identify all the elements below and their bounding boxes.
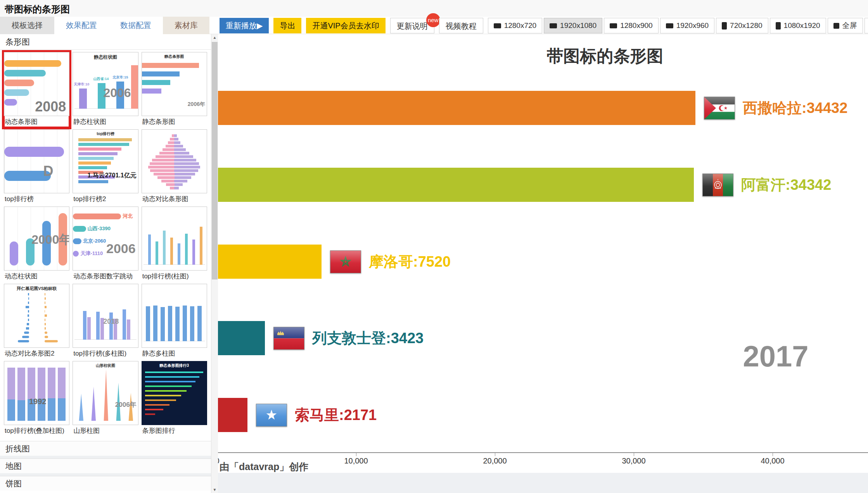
template-card-dynamic-compare-bar-2[interactable]: 拜仁慕尼黑VS柏林联 动态对比条形图2 xyxy=(4,284,69,359)
toolbar: 重新播放▶ 导出 开通VIP会员去水印 更新说明new 视频教程 1280x72… xyxy=(220,18,868,34)
monitor-portrait-icon xyxy=(776,22,781,30)
replay-button[interactable]: 重新播放▶ xyxy=(220,18,269,33)
scrollbar-thumb[interactable] xyxy=(212,42,218,279)
template-label: 动态对比条形图2 xyxy=(4,348,69,359)
western-sahara-flag-icon xyxy=(704,97,735,120)
monitor-icon xyxy=(550,23,557,28)
chart-bar-label: 阿富汗:34342 xyxy=(741,168,831,202)
template-card-static-multi-column[interactable]: 静态多柱图 xyxy=(142,284,207,359)
section-header-bar-charts[interactable]: 条形图 xyxy=(0,34,211,50)
template-card-top-ranking-multi-column[interactable]: 2018 top排行榜(多柱图) xyxy=(73,284,138,359)
chart-bar-label: 摩洛哥:7520 xyxy=(369,245,451,279)
template-thumbnail: 静态条形图排行3 xyxy=(142,361,207,425)
update-notes-label: 更新说明 xyxy=(397,22,428,30)
x-axis-tick xyxy=(773,453,773,456)
template-card-mountain-column[interactable]: 山形柱状图 2006年 山形柱图 xyxy=(73,361,138,436)
x-axis-tick-label: 0 xyxy=(218,457,220,465)
x-axis-tick xyxy=(634,453,634,456)
chart-bar xyxy=(218,321,265,355)
template-card-top-ranking[interactable]: D top排行榜 xyxy=(4,129,69,205)
tab-bar: 模板选择 效果配置 数据配置 素材库 xyxy=(0,17,209,34)
replay-label: 重新播放 xyxy=(226,21,257,30)
tab-effect-config[interactable]: 效果配置 xyxy=(54,17,109,34)
template-thumbnail: 2008 xyxy=(4,52,69,116)
monitor-icon xyxy=(610,23,617,28)
template-label: 动态对比条形图 xyxy=(142,193,207,205)
chart-bar-row: 列支敦士登:3423 xyxy=(218,321,868,355)
template-label: 条形图排行 xyxy=(142,425,207,436)
template-thumbnail xyxy=(142,129,207,193)
section-header-line-charts[interactable]: 折线图 xyxy=(0,441,211,456)
template-thumbnail: 静态柱状图 天津市:10 山西省:14 北京市:15 2006 xyxy=(73,52,138,116)
template-thumbnail: 2000年 xyxy=(4,207,69,271)
template-thumbnail: 河北 山西-3390 北京-2060 天津-1110 2006 xyxy=(73,207,138,271)
sidebar-scrollbar[interactable]: ▲ ▼ xyxy=(211,34,218,493)
template-label: top排行榜(多柱图) xyxy=(73,348,138,359)
tab-material-library[interactable]: 素材库 xyxy=(163,17,209,34)
template-card-bar-ranking[interactable]: 静态条形图排行3 条形图排行 xyxy=(142,361,207,436)
template-thumbnail xyxy=(142,284,207,348)
watermark: 由「datavrap」创作 xyxy=(220,460,308,473)
resolution-720x1280-button[interactable]: 720x1280 xyxy=(716,18,768,33)
template-thumbnail: 山形柱状图 2006年 xyxy=(73,361,138,425)
resolution-1920x1080-button[interactable]: 1920x1080 xyxy=(544,18,602,33)
chart-bar-label: 列支敦士登:3423 xyxy=(312,321,424,355)
template-thumbnail: 1992 xyxy=(4,361,69,425)
tab-template-select[interactable]: 模板选择 xyxy=(0,17,54,34)
chart-bar xyxy=(218,91,695,125)
video-tutorial-button[interactable]: 视频教程 xyxy=(439,18,483,33)
resolution-1280x900-button[interactable]: 1280x900 xyxy=(604,18,658,33)
chart-bar-row: 索马里:2171 xyxy=(218,398,868,432)
template-label: 静态条形图 xyxy=(142,116,207,127)
section-header-pie-charts[interactable]: 饼图 xyxy=(0,476,211,491)
template-thumbnail: 2018 xyxy=(73,284,138,348)
top-strip: 模板选择 效果配置 数据配置 素材库 重新播放▶ 导出 开通VIP会员去水印 更… xyxy=(0,17,868,34)
custom-resolution-button[interactable]: 自定义分辨率 xyxy=(865,18,868,33)
template-label: 静态多柱图 xyxy=(142,348,207,359)
template-thumbnail: top排行榜 1.马云2701.1亿元 xyxy=(73,129,138,193)
x-axis-tick-label: 30,000 xyxy=(622,457,645,465)
footer-strip xyxy=(218,473,868,493)
template-label: top排行榜 xyxy=(4,193,69,205)
somalia-flag-icon xyxy=(256,404,287,427)
page-title: 带图标的条形图 xyxy=(5,3,70,16)
template-card-dynamic-compare-bar[interactable]: 动态对比条形图 xyxy=(142,129,207,205)
update-notes-button[interactable]: 更新说明new xyxy=(390,18,434,33)
afghanistan-flag-icon xyxy=(702,174,733,196)
monitor-icon xyxy=(494,23,501,28)
morocco-flag-icon xyxy=(330,250,361,273)
category-accordion: 折线图 地图 饼图 xyxy=(0,441,211,491)
template-thumbnail xyxy=(142,207,207,271)
template-label: top排行榜(柱图) xyxy=(142,271,207,282)
template-card-top-ranking-stacked-column[interactable]: 1992 top排行榜(叠加柱图) xyxy=(4,361,69,436)
chart-bar-row: 西撒哈拉:34432 xyxy=(218,91,868,125)
template-card-dynamic-column[interactable]: 2000年 动态柱状图 xyxy=(4,207,69,282)
fullscreen-button[interactable]: 全屏 xyxy=(828,18,863,33)
tab-data-config[interactable]: 数据配置 xyxy=(109,17,163,34)
fullscreen-icon xyxy=(833,23,839,29)
resolution-1280x720-button[interactable]: 1280x720 xyxy=(488,18,542,33)
export-button[interactable]: 导出 xyxy=(273,18,301,33)
resolution-group: 1280x720 1920x1080 1280x900 1920x960 720… xyxy=(488,18,868,34)
monitor-portrait-icon xyxy=(722,22,727,30)
template-card-top-ranking-column[interactable]: top排行榜(柱图) xyxy=(142,207,207,282)
template-label: top排行榜2 xyxy=(73,193,138,205)
template-card-static-bar[interactable]: 静态条形图 2006年 静态条形图 xyxy=(142,52,207,127)
template-card-dynamic-bar[interactable]: 2008 动态条形图 xyxy=(4,52,69,127)
template-card-number-jump-bar[interactable]: 河北 山西-3390 北京-2060 天津-1110 2006 动态条形图数字跳… xyxy=(73,207,138,282)
template-card-top-ranking-2[interactable]: top排行榜 1.马云2701.1亿元 top排行榜2 xyxy=(73,129,138,205)
chart-bar xyxy=(218,398,247,432)
resolution-1920x960-button[interactable]: 1920x960 xyxy=(660,18,714,33)
chart-bar xyxy=(218,245,322,279)
resolution-1080x1920-button[interactable]: 1080x1920 xyxy=(770,18,826,33)
section-header-maps[interactable]: 地图 xyxy=(0,458,211,473)
x-axis-tick xyxy=(495,453,495,456)
vip-watermark-button[interactable]: 开通VIP会员去水印 xyxy=(306,18,385,33)
x-axis-tick-label: 10,000 xyxy=(344,457,368,465)
scrollbar-up-arrow[interactable]: ▲ xyxy=(211,34,218,41)
chart-bar-row: 阿富汗:34342 xyxy=(218,168,868,202)
template-card-static-column[interactable]: 静态柱状图 天津市:10 山西省:14 北京市:15 2006 静态柱状图 xyxy=(73,52,138,127)
chart-bar-label: 索马里:2171 xyxy=(295,398,377,432)
scrollbar-down-arrow[interactable]: ▼ xyxy=(211,486,218,493)
template-label: 动态柱状图 xyxy=(4,271,69,282)
